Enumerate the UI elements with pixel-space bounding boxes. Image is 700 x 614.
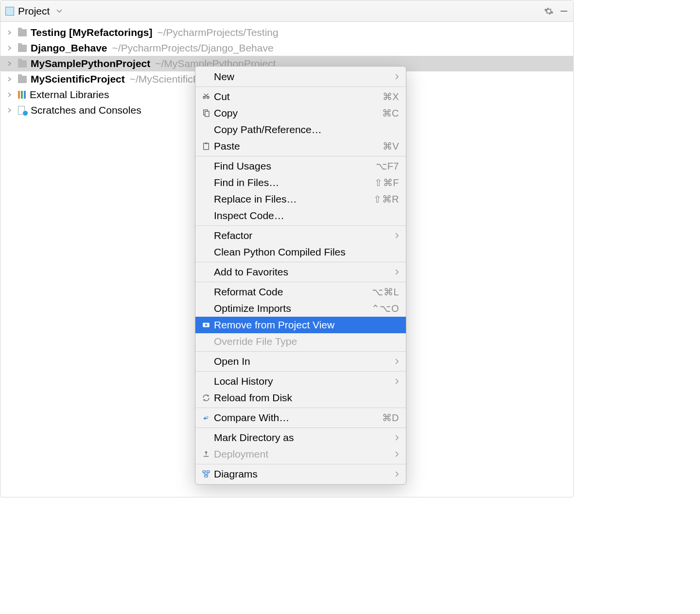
menu-item[interactable]: Cut⌘X — [195, 88, 406, 105]
menu-item[interactable]: Reformat Code⌥⌘L — [195, 284, 406, 300]
diagram-icon — [200, 470, 212, 478]
menu-item-label: Mark Directory as — [212, 432, 395, 443]
submenu-chevron-icon — [395, 451, 399, 457]
deploy-icon — [200, 450, 212, 459]
menu-separator — [195, 282, 406, 282]
submenu-chevron-icon — [395, 74, 399, 80]
menu-separator — [195, 262, 406, 262]
menu-item[interactable]: Clean Python Compiled Files — [195, 244, 406, 260]
menu-item[interactable]: Mark Directory as — [195, 429, 406, 446]
menu-item-label: Copy — [212, 107, 382, 119]
menu-item[interactable]: Copy Path/Reference… — [195, 121, 406, 138]
svg-rect-7 — [203, 471, 205, 473]
menu-item: Override File Type — [195, 333, 406, 350]
tree-item-path: ~/PycharmProjects/Testing — [157, 27, 278, 38]
menu-item[interactable]: Optimize Imports⌃⌥O — [195, 300, 406, 317]
menu-item-label: Add to Favorites — [212, 266, 395, 278]
menu-item[interactable]: Replace in Files…⇧⌘R — [195, 191, 406, 207]
menu-item[interactable]: Copy⌘C — [195, 105, 406, 121]
menu-item-label: Find Usages — [212, 160, 376, 172]
menu-item-label: Diagrams — [212, 468, 395, 480]
external-libraries-icon — [18, 91, 26, 99]
menu-item-label: Refactor — [212, 230, 395, 241]
menu-separator — [195, 371, 406, 372]
copy-icon — [200, 109, 212, 118]
project-view-icon — [5, 7, 14, 16]
tree-item-path: ~/PycharmProjects/Django_Behave — [112, 42, 274, 54]
tree-row[interactable]: Testing [MyRefactorings]~/PycharmProject… — [0, 25, 573, 40]
menu-item-label: Copy Path/Reference… — [212, 124, 399, 136]
menu-item-shortcut: ⌘V — [383, 140, 399, 152]
menu-item-shortcut: ⇧⌘F — [374, 177, 399, 188]
tree-item-name: MyScientificProject — [31, 73, 125, 85]
menu-item[interactable]: Find in Files…⇧⌘F — [195, 174, 406, 191]
tree-row[interactable]: Django_Behave~/PycharmProjects/Django_Be… — [0, 40, 573, 56]
menu-item[interactable]: Refactor — [195, 227, 406, 244]
menu-item[interactable]: Find Usages⌥F7 — [195, 158, 406, 174]
svg-rect-0 — [560, 11, 567, 12]
svg-rect-9 — [205, 475, 208, 477]
svg-rect-8 — [207, 471, 210, 473]
chevron-down-icon[interactable] — [56, 9, 62, 13]
tool-window-title: Project — [18, 5, 50, 17]
menu-item-label: Replace in Files… — [212, 193, 373, 205]
menu-item[interactable]: New — [195, 68, 406, 85]
menu-item-label: Local History — [212, 375, 395, 387]
minimize-icon[interactable] — [560, 7, 568, 16]
folder-icon — [18, 29, 27, 36]
folder-icon — [18, 76, 27, 83]
submenu-chevron-icon — [395, 435, 399, 441]
menu-separator — [195, 225, 406, 226]
menu-item-label: Override File Type — [212, 336, 399, 347]
menu-item-label: Deployment — [212, 448, 395, 460]
menu-item-shortcut: ⇧⌘R — [373, 193, 399, 205]
menu-item[interactable]: Paste⌘V — [195, 138, 406, 154]
menu-item[interactable]: Add to Favorites — [195, 264, 406, 280]
folder-icon — [18, 60, 27, 68]
menu-separator — [195, 408, 406, 408]
menu-separator — [195, 427, 406, 428]
menu-item[interactable]: Reload from Disk — [195, 390, 406, 406]
menu-item[interactable]: Inspect Code… — [195, 207, 406, 224]
expand-chevron-icon[interactable] — [7, 46, 15, 51]
menu-item-label: Cut — [212, 91, 383, 102]
menu-item-label: Reformat Code — [212, 286, 372, 298]
context-menu: NewCut⌘XCopy⌘CCopy Path/Reference…Paste⌘… — [195, 66, 406, 485]
menu-item-shortcut: ⌘D — [382, 412, 399, 424]
menu-item-label: Find in Files… — [212, 177, 374, 188]
menu-item[interactable]: Remove from Project View — [195, 317, 406, 333]
expand-chevron-icon[interactable] — [7, 77, 15, 82]
menu-item-shortcut: ⌥F7 — [376, 160, 399, 172]
menu-item-label: Optimize Imports — [212, 303, 371, 314]
menu-separator — [195, 351, 406, 352]
submenu-chevron-icon — [395, 378, 399, 384]
expand-chevron-icon[interactable] — [7, 108, 15, 113]
svg-rect-6 — [204, 456, 209, 457]
menu-item[interactable]: Diagrams — [195, 466, 406, 482]
tree-item-name: Scratches and Consoles — [31, 104, 141, 116]
expand-chevron-icon[interactable] — [7, 92, 15, 97]
expand-chevron-icon[interactable] — [7, 30, 15, 35]
tree-item-name: Django_Behave — [31, 42, 107, 54]
expand-chevron-icon[interactable] — [7, 61, 15, 66]
scratches-icon — [18, 106, 27, 115]
tree-item-name: MySamplePythonProject — [31, 58, 150, 69]
menu-item[interactable]: Open In — [195, 353, 406, 370]
menu-item-label: Paste — [212, 140, 383, 152]
tree-item-name: Testing [MyRefactorings] — [31, 27, 152, 38]
delete-icon — [200, 321, 212, 329]
gear-icon[interactable] — [544, 6, 554, 16]
svg-rect-2 — [205, 111, 209, 117]
cut-icon — [200, 92, 212, 101]
menu-item-label: New — [212, 71, 395, 83]
tree-item-name: External Libraries — [30, 89, 109, 101]
menu-item[interactable]: Compare With…⌘D — [195, 409, 406, 426]
menu-item-shortcut: ⌃⌥O — [371, 303, 399, 314]
menu-separator — [195, 156, 406, 156]
reload-icon — [200, 393, 212, 402]
tool-window-header[interactable]: Project — [0, 0, 573, 22]
menu-item[interactable]: Local History — [195, 373, 406, 390]
menu-item-label: Reload from Disk — [212, 392, 399, 404]
submenu-chevron-icon — [395, 471, 399, 477]
submenu-chevron-icon — [395, 233, 399, 239]
